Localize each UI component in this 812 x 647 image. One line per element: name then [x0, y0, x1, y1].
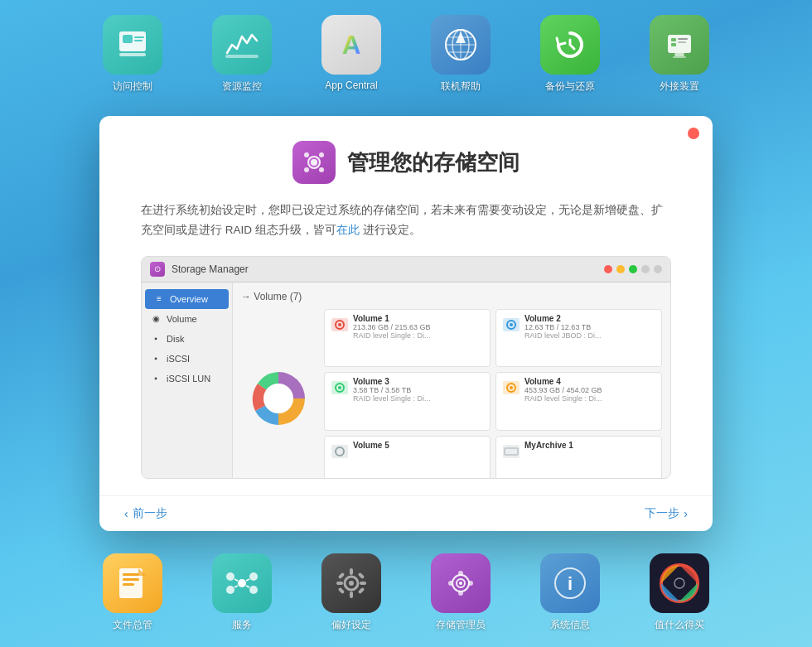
icon-storage[interactable]: 存储管理员 [431, 553, 491, 632]
svg-point-33 [510, 323, 513, 326]
icon-external[interactable]: 外接装置 [650, 15, 709, 94]
next-chevron-icon: › [684, 507, 688, 520]
overview-icon: ≡ [153, 293, 165, 305]
icon-box-prefs [321, 553, 381, 613]
modal-next-button[interactable]: 下一步 › [645, 506, 688, 521]
svg-text:i: i [568, 573, 573, 594]
sm-volume-count: → Volume (7) [241, 291, 662, 302]
volume-icon: ◉ [150, 313, 162, 325]
sm-dot-yellow[interactable] [616, 265, 625, 273]
icon-label-brand: 值什么得买 [655, 618, 704, 632]
sm-vol-1-info: Volume 1 213.36 GB / 215.63 GB RAID leve… [353, 314, 484, 340]
sm-dot-gray1 [641, 265, 650, 273]
sm-vol-myarchive-info: MyArchive 1 [524, 441, 655, 450]
svg-rect-5 [225, 55, 259, 58]
icon-backup[interactable]: 备份与还原 [540, 15, 600, 94]
sm-vol-1-name: Volume 1 [353, 314, 484, 323]
sm-app-icon: ⊙ [150, 262, 165, 277]
svg-rect-60 [350, 591, 353, 598]
sm-vol-3-raid: RAID level Single : Di... [353, 394, 484, 403]
sm-sidebar-disk[interactable]: ▪ Disk [142, 329, 232, 349]
sm-vol-3-size: 3.58 TB / 3.58 TB [353, 386, 484, 394]
sm-content-row: Volume 1 213.36 GB / 215.63 GB RAID leve… [241, 309, 662, 478]
modal-dialog: 管理您的存储空间 在进行系统初始设定时，您即已设定过系统的存储空间，若未来有需要… [99, 116, 713, 531]
sm-volumes-grid: Volume 1 213.36 GB / 215.63 GB RAID leve… [324, 309, 662, 478]
sm-dot-green[interactable] [629, 265, 637, 273]
svg-point-23 [304, 152, 309, 157]
icon-label-monitor: 资源监控 [222, 80, 262, 94]
iscsi-lun-icon: ▪ [150, 373, 162, 384]
icon-label-access: 访问控制 [113, 80, 152, 94]
sm-vol-5-info: Volume 5 [353, 441, 484, 450]
svg-rect-16 [678, 38, 688, 40]
svg-rect-3 [134, 40, 143, 41]
svg-point-70 [458, 571, 463, 576]
sm-vol-2-size: 12.63 TB / 12.63 TB [524, 323, 655, 331]
svg-line-55 [234, 586, 238, 587]
svg-point-39 [510, 386, 513, 389]
svg-rect-17 [678, 41, 686, 43]
svg-rect-65 [338, 587, 345, 594]
svg-rect-15 [671, 38, 676, 41]
modal-prev-button[interactable]: ‹ 前一步 [124, 506, 167, 521]
svg-line-53 [234, 579, 238, 581]
modal-app-icon [292, 141, 336, 184]
icon-label-storage: 存储管理员 [436, 618, 486, 632]
icon-box-monitor [212, 15, 272, 75]
icon-box-appcentral: A [321, 15, 381, 75]
svg-rect-61 [336, 582, 343, 585]
sm-window-dots [604, 265, 662, 273]
storage-manager-preview: ⊙ Storage Manager ≡ Overview [141, 256, 671, 479]
modal-content: 管理您的存储空间 在进行系统初始设定时，您即已设定过系统的存储空间，若未来有需要… [99, 116, 713, 495]
svg-text:A: A [341, 30, 360, 60]
disk-icon: ▪ [150, 333, 162, 345]
modal-description: 在进行系统初始设定时，您即已设定过系统的存储空间，若未来有需要变动设定，无论是新… [141, 200, 671, 241]
sm-dot-red[interactable] [604, 265, 612, 273]
svg-point-52 [249, 586, 258, 594]
icon-brand[interactable]: 值什么得买 [650, 553, 709, 632]
sm-body: ≡ Overview ◉ Volume ▪ Disk ▪ iSCSI [142, 282, 670, 478]
sm-volume-5: Volume 5 [324, 436, 491, 478]
prev-chevron-icon: ‹ [124, 507, 128, 520]
icon-help[interactable]: 联机帮助 [431, 15, 491, 94]
sm-vol-4-raid: RAID level Single : Di... [524, 394, 655, 403]
icon-box-services [212, 553, 272, 613]
svg-point-51 [226, 586, 234, 594]
sm-volume-2: Volume 2 12.63 TB / 12.63 TB RAID level … [495, 309, 662, 367]
sm-dot-gray2 [654, 265, 662, 273]
sm-volume-myarchive: MyArchive 1 [495, 436, 662, 478]
modal-title-text: 管理您的存储空间 [347, 148, 520, 177]
sm-vol-3-name: Volume 3 [353, 377, 484, 386]
sm-sidebar-iscsi[interactable]: ▪ iSCSI [142, 349, 232, 369]
icon-label-external: 外接装置 [660, 80, 699, 94]
icon-sysinfo[interactable]: i 系统信息 [540, 553, 600, 632]
icon-box-help [431, 15, 491, 75]
sm-vol-1-size: 213.36 GB / 215.63 GB [353, 323, 484, 331]
sm-sidebar-volume[interactable]: ◉ Volume [142, 309, 232, 329]
icon-appcentral[interactable]: A App Central [321, 15, 381, 94]
sm-vol-1-raid: RAID level Single : Di... [353, 331, 484, 340]
svg-point-49 [226, 572, 234, 581]
svg-rect-64 [358, 572, 365, 579]
sm-donut-chart [241, 309, 316, 478]
svg-rect-45 [123, 573, 139, 576]
icon-label-sysinfo: 系统信息 [550, 618, 590, 632]
icon-services[interactable]: 服务 [212, 553, 272, 632]
bottom-icon-row: 文件总管 服务 [0, 545, 812, 647]
sm-vol-myarchive-name: MyArchive 1 [524, 441, 655, 450]
icon-monitor[interactable]: 资源监控 [212, 15, 272, 94]
icon-label-prefs: 偏好设定 [331, 618, 371, 632]
icon-files[interactable]: 文件总管 [103, 553, 162, 632]
svg-point-25 [304, 167, 309, 172]
sm-sidebar-iscsi-lun[interactable]: ▪ iSCSI LUN [142, 369, 232, 389]
svg-point-36 [338, 386, 341, 389]
modal-link[interactable]: 在此 [336, 224, 360, 236]
icon-box-external [650, 15, 709, 75]
icon-prefs[interactable]: 偏好设定 [321, 553, 381, 632]
sm-vol-3-info: Volume 3 3.58 TB / 3.58 TB RAID level Si… [353, 377, 484, 403]
modal-close-button[interactable] [688, 128, 699, 139]
icon-access[interactable]: 访问控制 [103, 15, 162, 94]
sm-vol-4-size: 453.93 GB / 454.02 GB [524, 386, 655, 394]
sm-sidebar-overview[interactable]: ≡ Overview [145, 289, 229, 309]
svg-point-27 [263, 384, 293, 413]
